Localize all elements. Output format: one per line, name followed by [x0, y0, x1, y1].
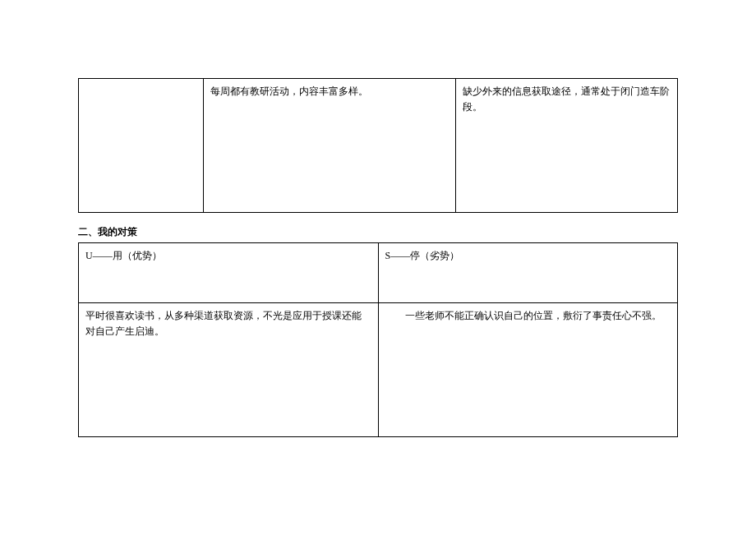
table-two: U——用（优势） S——停（劣势） 平时很喜欢读书，从多种渠道获取资源，不光是应… — [78, 242, 678, 437]
table-cell-weakness: 缺少外来的信息获取途径，通常处于闭门造车阶段。 — [456, 79, 678, 213]
section-title: 二、我的对策 — [78, 225, 678, 239]
header-use-advantage: U——用（优势） — [79, 243, 379, 303]
header-stop-disadvantage: S——停（劣势） — [378, 243, 678, 303]
document-page: 每周都有教研活动，内容丰富多样。 缺少外来的信息获取途径，通常处于闭门造车阶段。… — [0, 0, 756, 437]
content-advantage: 平时很喜欢读书，从多种渠道获取资源，不光是应用于授课还能对自己产生启迪。 — [79, 303, 379, 437]
table-row: 每周都有教研活动，内容丰富多样。 缺少外来的信息获取途径，通常处于闭门造车阶段。 — [79, 79, 678, 213]
table-header-row: U——用（优势） S——停（劣势） — [79, 243, 678, 303]
table-cell-activity: 每周都有教研活动，内容丰富多样。 — [204, 79, 456, 213]
table-content-row: 平时很喜欢读书，从多种渠道获取资源，不光是应用于授课还能对自己产生启迪。 一些老… — [79, 303, 678, 437]
table-one: 每周都有教研活动，内容丰富多样。 缺少外来的信息获取途径，通常处于闭门造车阶段。 — [78, 78, 678, 213]
content-disadvantage: 一些老师不能正确认识自己的位置，敷衍了事责任心不强。 — [378, 303, 678, 437]
table-cell-empty — [79, 79, 204, 213]
content-disadvantage-text: 一些老师不能正确认识自己的位置，敷衍了事责任心不强。 — [385, 308, 671, 324]
